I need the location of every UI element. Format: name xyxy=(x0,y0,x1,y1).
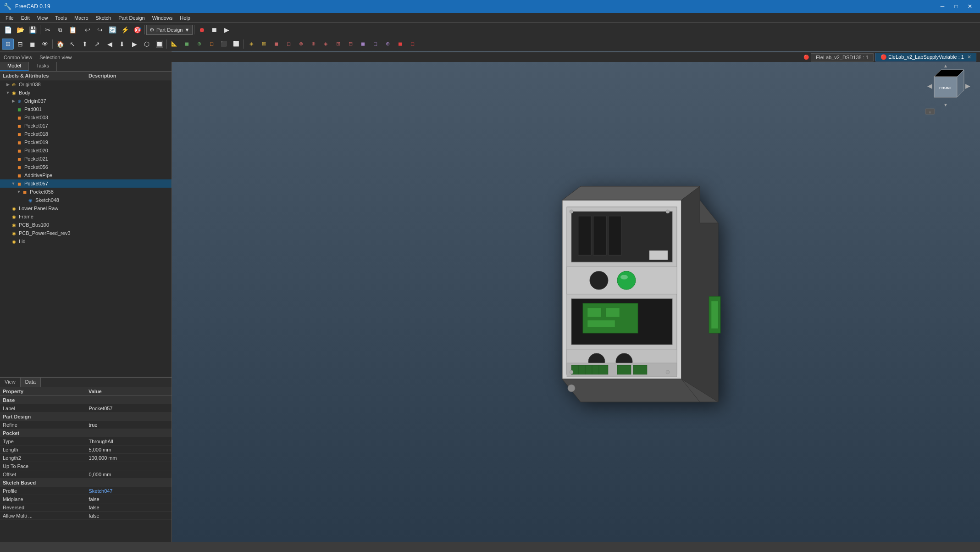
tree-item-origin037[interactable]: ▶ ⊕ Origin037 xyxy=(0,97,172,105)
status-file2-close[interactable]: ✕ xyxy=(967,54,971,60)
tb-iso[interactable]: ⬡ xyxy=(141,39,153,50)
maximize-button[interactable]: □ xyxy=(950,1,963,11)
tb-undo[interactable]: ↩ xyxy=(82,24,94,35)
tb-pd-1[interactable]: 📐 xyxy=(168,39,180,50)
tab-view[interactable]: View xyxy=(0,378,21,387)
tree-item-pocket021[interactable]: ◼ Pocket021 xyxy=(0,155,172,163)
tb-back[interactable]: ▶ xyxy=(128,39,140,50)
tb-new[interactable]: 📄 xyxy=(2,24,14,35)
tb-record[interactable]: ⏺ xyxy=(196,24,208,35)
tree-item-frame[interactable]: ◉ Frame xyxy=(0,212,172,221)
tree-item-sketch048[interactable]: ◉ Sketch048 xyxy=(0,196,172,204)
tb-pd-4[interactable]: ◻ xyxy=(205,39,217,50)
menu-sketch[interactable]: Sketch xyxy=(92,14,115,22)
tb-pd-20[interactable]: ◻ xyxy=(406,39,418,50)
tb-front[interactable]: ↖ xyxy=(66,39,78,50)
tb-left[interactable]: ◀ xyxy=(104,39,116,50)
menu-tools[interactable]: Tools xyxy=(51,14,71,22)
tree-item-additivepipe[interactable]: ◼ AdditivePipe xyxy=(0,171,172,179)
minimize-button[interactable]: ─ xyxy=(936,1,949,11)
tb-refresh[interactable]: 🔄 xyxy=(106,24,118,35)
workbench-dropdown[interactable]: ⚙ Part Design ▼ xyxy=(146,25,193,35)
tree-item-pocket019[interactable]: ◼ Pocket019 xyxy=(0,138,172,146)
menu-macro[interactable]: Macro xyxy=(71,14,92,22)
workbench-label: Part Design xyxy=(156,27,183,33)
expand-pocket058[interactable]: ▼ xyxy=(17,190,21,194)
tb-pd-8[interactable]: ⊠ xyxy=(258,39,270,50)
tree-item-pocket056[interactable]: ◼ Pocket056 xyxy=(0,163,172,171)
prop-row-offset: Offset 0,000 mm xyxy=(0,470,172,479)
tb-pd-6[interactable]: ⬜ xyxy=(230,39,242,50)
tb-open[interactable]: 📂 xyxy=(14,24,26,35)
tab-model[interactable]: Model xyxy=(0,61,29,71)
tree-item-pocket017[interactable]: ◼ Pocket017 xyxy=(0,122,172,130)
tree-item-pcbbus100[interactable]: ◉ PCB_Bus100 xyxy=(0,221,172,229)
tb-pd-15[interactable]: ⊟ xyxy=(344,39,356,50)
tb-right[interactable]: ↗ xyxy=(91,39,103,50)
tb-cut[interactable]: ✂ xyxy=(42,24,54,35)
tb-draw-style[interactable]: ◼ xyxy=(27,39,39,50)
tb-pd-5[interactable]: ⬛ xyxy=(218,39,230,50)
menu-file[interactable]: File xyxy=(2,14,17,22)
status-file2[interactable]: 🔴 EleLab_v2_LabSupplyVariable : 1 ✕ xyxy=(875,53,976,61)
tb-pd-10[interactable]: ◻ xyxy=(282,39,294,50)
tb-macro[interactable]: ⚡ xyxy=(119,24,131,35)
tb-pd-14[interactable]: ⊞ xyxy=(332,39,344,50)
tb-pd-19[interactable]: ◼ xyxy=(394,39,406,50)
tb-paste[interactable]: 📋 xyxy=(66,24,78,35)
close-button[interactable]: ✕ xyxy=(963,1,976,11)
viewport[interactable]: FRONT ◀ ▶ ▲ ▼ ⌂ xyxy=(172,51,980,542)
tb-box-zoom[interactable]: 🔲 xyxy=(153,39,165,50)
tree-item-pocket003[interactable]: ◼ Pocket003 xyxy=(0,113,172,122)
tab-data[interactable]: Data xyxy=(21,378,41,387)
prop-col-property: Property xyxy=(0,387,86,396)
tab-tasks[interactable]: Tasks xyxy=(29,61,57,71)
tb-pd-16[interactable]: ◼ xyxy=(357,39,369,50)
tb-pd-9[interactable]: ◼ xyxy=(270,39,282,50)
tree-item-pocket020[interactable]: ◼ Pocket020 xyxy=(0,146,172,155)
tree-item-pocket058[interactable]: ▼ ◼ Pocket058 xyxy=(0,188,172,196)
tb-pd-2[interactable]: ◼ xyxy=(181,39,193,50)
tb-redo[interactable]: ↪ xyxy=(94,24,106,35)
tb-stereo[interactable]: 👁 xyxy=(39,39,51,50)
tree-item-lowerpanel[interactable]: ◉ Lower Panel Raw xyxy=(0,204,172,212)
menu-windows[interactable]: Windows xyxy=(149,14,177,22)
tb-bottom[interactable]: ⬇ xyxy=(116,39,128,50)
tree-item-pocket057[interactable]: ▼ ◼ Pocket057 xyxy=(0,179,172,188)
tb-pd-13[interactable]: ◈ xyxy=(320,39,332,50)
menu-view[interactable]: View xyxy=(33,14,52,22)
menu-partdesign[interactable]: Part Design xyxy=(115,14,148,22)
tree-item-pad001[interactable]: ◼ Pad001 xyxy=(0,105,172,113)
tree-item-pcbpowerfeed[interactable]: ◉ PCB_PowerFeed_rev3 xyxy=(0,229,172,237)
second-toolbar-row: ⊞ ⊟ ◼ 👁 🏠 ↖ ⬆ ↗ ◀ ⬇ ▶ ⬡ 🔲 📐 ◼ ⊕ ◻ ⬛ ⬜ ◈ … xyxy=(0,37,980,51)
status-file1[interactable]: EleLab_v2_DSD138 : 1 xyxy=(811,53,874,61)
tb-fit-select[interactable]: ⊟ xyxy=(14,39,26,50)
tb-target[interactable]: 🎯 xyxy=(131,24,143,35)
expand-origin037[interactable]: ▶ xyxy=(11,99,16,103)
tb-stop[interactable]: ⏹ xyxy=(208,24,220,35)
tb-fit-all[interactable]: ⊞ xyxy=(2,39,14,50)
expand-origin038[interactable]: ▶ xyxy=(6,82,10,87)
menu-help[interactable]: Help xyxy=(176,14,194,22)
tb-home[interactable]: 🏠 xyxy=(54,39,66,50)
tree-item-body[interactable]: ▼ ◉ Body xyxy=(0,89,172,97)
tree-item-pocket018[interactable]: ◼ Pocket018 xyxy=(0,130,172,138)
expand-pocket057[interactable]: ▼ xyxy=(11,181,16,186)
svg-rect-26 xyxy=(571,365,608,374)
nav-cube[interactable]: FRONT ◀ ▶ ▲ ▼ ⌂ xyxy=(925,61,971,106)
menu-edit[interactable]: Edit xyxy=(17,14,33,22)
tb-save[interactable]: 💾 xyxy=(27,24,39,35)
tb-pd-12[interactable]: ⊕ xyxy=(307,39,319,50)
tb-pd-17[interactable]: ◻ xyxy=(369,39,381,50)
expand-body[interactable]: ▼ xyxy=(6,90,10,95)
tree-item-origin038[interactable]: ▶ ⊕ Origin038 xyxy=(0,80,172,89)
tb-pd-11[interactable]: ⊗ xyxy=(295,39,307,50)
tb-copy[interactable]: ⧉ xyxy=(54,24,66,35)
tb-pd-3[interactable]: ⊕ xyxy=(193,39,205,50)
tree-item-lid[interactable]: ◉ Lid xyxy=(0,237,172,245)
svg-rect-32 xyxy=(633,365,647,374)
tb-top[interactable]: ⬆ xyxy=(79,39,91,50)
tb-pd-7[interactable]: ◈ xyxy=(245,39,257,50)
tb-pd-18[interactable]: ⊕ xyxy=(382,39,393,50)
tb-play[interactable]: ▶ xyxy=(221,24,233,35)
